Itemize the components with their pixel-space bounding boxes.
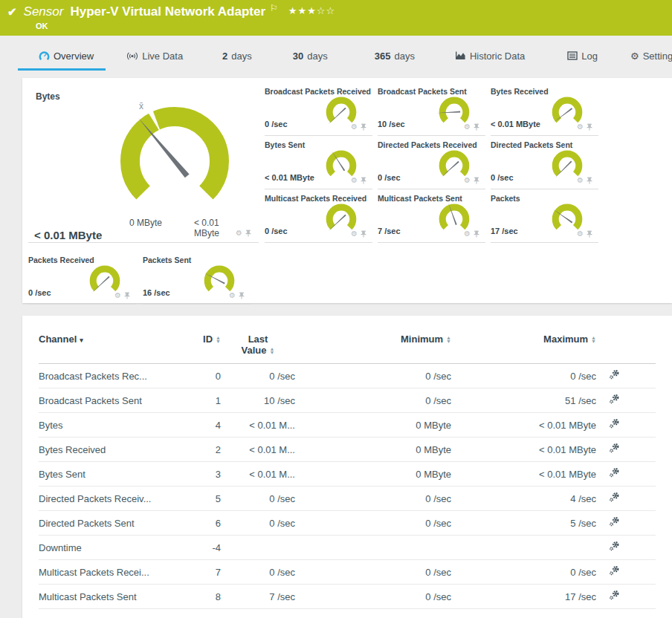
flag-icon[interactable]: ⚐ (270, 3, 278, 13)
edit-channel-gear-icon[interactable] (608, 589, 621, 602)
gear-icon: ⚙ (630, 51, 639, 62)
gauge-tile-bytes-received: Bytes Received < 0.01 MByte⚙ (491, 82, 598, 136)
gauge-pin-icon[interactable] (474, 174, 479, 187)
channel-name-link[interactable]: Bytes Received (39, 444, 106, 455)
edit-channel-gear-icon[interactable] (608, 466, 621, 479)
column-header-id[interactable]: ID▲▼ (180, 331, 221, 364)
gauge-pin-icon[interactable] (361, 174, 366, 187)
table-row: Directed Packets Sent60 /sec0 /sec5 /sec (39, 511, 656, 536)
tab-365-days[interactable]: 365days (375, 45, 415, 71)
gauge-pin-icon[interactable] (361, 227, 366, 241)
tab-bar: OverviewLive Data2days30days365daysHisto… (0, 45, 672, 71)
table-row: Bytes4< 0.01 M...0 MByte< 0.01 MByte (39, 413, 656, 438)
tab-log[interactable]: Log (567, 45, 598, 71)
edit-channel-gear-icon[interactable] (608, 368, 621, 381)
edit-channel-gear-icon[interactable] (608, 565, 621, 577)
channel-minimum: 0 /sec (295, 511, 451, 536)
gauge-tile-bytes-primary: Bytes x̄ 0 MByte < 0.01 MByte < 0.01 MBy… (28, 82, 259, 243)
pin-icon (474, 230, 479, 238)
tab-number: 2 (222, 51, 227, 62)
channel-last-value: 0 /sec (221, 364, 295, 388)
edit-channel-gear-icon[interactable] (608, 393, 621, 406)
tab-number: 30 (293, 51, 303, 62)
gauge-pin-icon[interactable] (239, 289, 245, 302)
gauge-settings-gear-icon[interactable]: ⚙ (351, 230, 358, 238)
gauge-settings-gear-icon[interactable]: ⚙ (464, 177, 471, 184)
gauge-pin-icon[interactable] (474, 120, 479, 134)
edit-channel-gear-icon[interactable] (608, 442, 621, 455)
pin-icon (587, 177, 592, 184)
channel-name-link[interactable]: Directed Packets Receiv... (39, 493, 151, 504)
pin-icon (587, 230, 592, 238)
historic-data-chart-icon (455, 51, 466, 60)
channel-table-header-row: Channel▾ ID▲▼ Last Value▲▼ Minimum▲▼ Max… (39, 331, 656, 364)
gauge-pin-icon[interactable] (474, 227, 479, 241)
priority-stars[interactable]: ★★★☆☆ (288, 5, 335, 16)
pin-icon (361, 177, 366, 184)
sort-toggle-icon[interactable]: ▲▼ (216, 336, 221, 343)
gauge-title: Bytes (36, 91, 60, 102)
gauge-tile-multicast-packets-received: Multicast Packets Received 0 /sec⚙ (265, 189, 372, 243)
gauge-pin-icon[interactable] (587, 120, 592, 134)
gauge-value: 0 /sec (378, 173, 401, 182)
gauge-settings-gear-icon[interactable]: ⚙ (577, 123, 584, 131)
gauge-settings-gear-icon[interactable]: ⚙ (464, 230, 471, 238)
gauge-pin-icon[interactable] (361, 120, 366, 134)
gauge-settings-gear-icon[interactable]: ⚙ (351, 177, 358, 184)
gauge-pin-icon[interactable] (124, 289, 130, 302)
gauge-tile-bytes-sent: Bytes Sent < 0.01 MByte⚙ (265, 136, 372, 189)
gauge-settings-gear-icon[interactable]: ⚙ (236, 230, 242, 237)
column-header-maximum[interactable]: Maximum▲▼ (451, 331, 596, 364)
channel-name-link[interactable]: Directed Packets Sent (39, 518, 135, 529)
gauge-settings-gear-icon[interactable]: ⚙ (464, 123, 471, 131)
channel-name-link[interactable]: Bytes (39, 420, 63, 431)
edit-channel-gear-icon[interactable] (608, 417, 621, 430)
sort-toggle-icon[interactable]: ▲▼ (591, 336, 596, 343)
channel-name-link[interactable]: Broadcast Packets Rec... (39, 371, 147, 382)
bytes-gauge: x̄ (97, 94, 253, 216)
gauge-pin-icon[interactable] (587, 227, 592, 241)
gauge-value: 0 /sec (491, 173, 514, 182)
gauge-title: Bytes Sent (265, 140, 305, 149)
tab-2-days[interactable]: 2days (222, 45, 252, 71)
gauge-settings-gear-icon[interactable]: ⚙ (351, 123, 358, 131)
sort-toggle-icon[interactable]: ▲▼ (446, 336, 451, 343)
channel-name-link[interactable]: Multicast Packets Recei... (39, 567, 149, 578)
channel-maximum: < 0.01 MByte (451, 413, 596, 438)
channel-last-value (221, 536, 295, 560)
gauge-tile-packets-sent: Packets Sent 16 /sec⚙ (143, 251, 251, 305)
gauge-value: 0 /sec (28, 288, 51, 297)
sort-toggle-icon[interactable]: ▲▼ (270, 347, 275, 354)
channel-name-link[interactable]: Multicast Packets Sent (39, 591, 137, 602)
column-header-minimum[interactable]: Minimum▲▼ (295, 331, 451, 364)
gauge-settings-gear-icon[interactable]: ⚙ (229, 292, 236, 299)
gauge-settings-gear-icon[interactable]: ⚙ (577, 177, 584, 184)
column-header-last-value[interactable]: Last Value▲▼ (221, 331, 295, 364)
tab-live-data[interactable]: Live Data (126, 45, 183, 71)
channel-minimum: 0 /sec (295, 585, 451, 609)
gauge-pin-icon[interactable] (245, 227, 251, 240)
channel-maximum: 5 /sec (451, 511, 596, 536)
tab-30-days[interactable]: 30days (293, 45, 328, 71)
gauge-settings-gear-icon[interactable]: ⚙ (577, 230, 584, 238)
gauge-pin-icon[interactable] (587, 174, 592, 187)
tab-label: days (231, 51, 251, 62)
tab-settings[interactable]: ⚙Settings (630, 45, 672, 71)
channel-maximum (451, 536, 596, 560)
gauge-value: 0 /sec (265, 120, 288, 129)
column-header-channel[interactable]: Channel▾ (39, 331, 180, 364)
gauge-scale-min: 0 MByte (129, 218, 162, 228)
channel-name-link[interactable]: Downtime (39, 542, 82, 553)
channel-maximum: < 0.01 MByte (451, 438, 596, 462)
tab-overview[interactable]: Overview (18, 45, 106, 71)
edit-channel-gear-icon[interactable] (608, 515, 621, 528)
table-row: Broadcast Packets Rec...00 /sec0 /sec0 /… (39, 364, 656, 388)
channel-name-link[interactable]: Broadcast Packets Sent (39, 395, 142, 406)
edit-channel-gear-icon[interactable] (608, 540, 621, 553)
channel-last-value: 0 /sec (221, 560, 295, 585)
tab-historic-data[interactable]: Historic Data (455, 45, 525, 71)
channel-name-link[interactable]: Bytes Sent (39, 469, 85, 480)
gauge-settings-gear-icon[interactable]: ⚙ (114, 292, 121, 299)
gauge-value: 16 /sec (143, 288, 170, 297)
edit-channel-gear-icon[interactable] (608, 491, 621, 504)
